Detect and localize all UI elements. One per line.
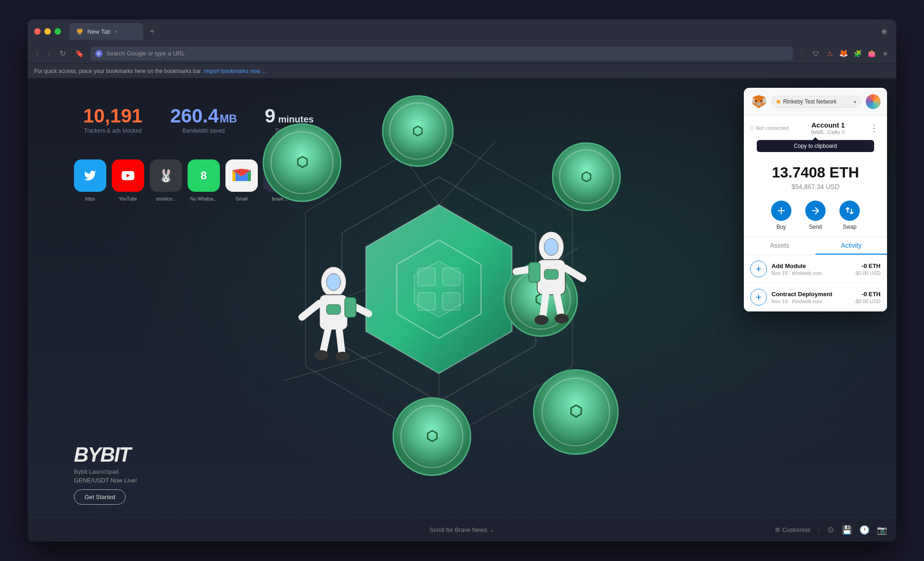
svg-line-38 [302, 303, 320, 317]
account-info: Account 1 0xfd5...CeAc ⎘ [792, 121, 864, 135]
close-button[interactable] [34, 28, 41, 35]
contract-deployment-usd: -$0.00 USD [854, 299, 881, 304]
wallet-icon[interactable]: 👛 [866, 48, 877, 59]
svg-point-53 [535, 315, 548, 325]
send-button[interactable]: Send [805, 201, 826, 230]
active-tab[interactable]: 🦁 New Tab × [69, 23, 143, 40]
contract-deployment-amount: -0 ETH -$0.00 USD [854, 291, 881, 304]
tab-close-button[interactable]: × [114, 29, 117, 34]
camera-icon[interactable]: 📷 [877, 525, 887, 535]
swap-button[interactable]: Swap [839, 201, 860, 230]
contract-deployment-date: Nov 19 · thirdweb.com [772, 299, 850, 304]
buy-icon-circle [771, 201, 791, 221]
bybit-brand: BYBIT Bybit Launchpad GENE/USDT Now Live… [74, 443, 137, 505]
swap-label: Swap [843, 224, 857, 230]
account-avatar[interactable] [866, 94, 881, 109]
bookmark-button[interactable]: 🔖 [72, 47, 87, 60]
settings-icon[interactable]: ⚙ [827, 525, 834, 535]
svg-text:⬡: ⬡ [412, 124, 423, 138]
mm-tabs: Assets Activity [744, 237, 887, 255]
svg-point-61 [755, 100, 757, 103]
minimize-button[interactable] [44, 28, 51, 35]
svg-text:⬡: ⬡ [296, 154, 308, 170]
svg-line-41 [339, 330, 342, 354]
maximize-button[interactable] [55, 28, 61, 35]
alert-icon[interactable]: ⚠ [824, 48, 835, 59]
hero-illustration: ⬡ ⬡ ⬡ ⬡ [120, 92, 758, 514]
connection-status: Not connected [750, 125, 789, 131]
svg-point-35 [327, 274, 340, 290]
scroll-text: Scroll for Brave News [430, 526, 487, 533]
metamask-nav-icon[interactable]: 🦊 [838, 48, 849, 59]
svg-text:⬡: ⬡ [569, 402, 583, 420]
address-text: Search Google or type a URL [106, 50, 185, 57]
network-name: Rinkeby Test Network [783, 98, 837, 105]
svg-rect-9 [443, 293, 460, 310]
scroll-news-area[interactable]: Scroll for Brave News ⌄ [430, 526, 495, 533]
tab-activity[interactable]: Activity [815, 237, 887, 255]
metamask-popup: Rinkeby Test Network ▾ Not connected Acc… [744, 88, 887, 311]
tooltip-text: Copy to clipboard [794, 143, 837, 149]
network-dot [777, 100, 780, 104]
svg-point-62 [760, 100, 763, 103]
eth-balance: 13.7408 ETH [750, 164, 881, 181]
menu-icon[interactable]: ≡ [880, 48, 891, 59]
browser-icon: G [95, 50, 103, 57]
bybit-get-started-button[interactable]: Get Started [74, 489, 126, 505]
twitter-label: https [85, 196, 95, 201]
add-module-amount: -0 ETH -$0.00 USD [854, 262, 881, 276]
back-button[interactable]: ‹ [33, 48, 41, 60]
svg-text:⬡: ⬡ [426, 428, 438, 444]
activity-item-add-module[interactable]: Add Module Nov 19 · thirdweb.com -0 ETH … [744, 255, 887, 283]
import-bookmarks-link[interactable]: Import bookmarks now ... [204, 68, 267, 74]
svg-rect-6 [418, 268, 435, 286]
account-address: 0xfd5...CeAc [811, 129, 840, 135]
svg-line-51 [543, 295, 546, 317]
svg-point-42 [315, 350, 328, 360]
traffic-lights [34, 28, 61, 35]
customise-label: Customise [782, 526, 810, 533]
buy-label: Buy [777, 224, 786, 230]
svg-text:⬡: ⬡ [581, 170, 592, 184]
svg-point-54 [555, 314, 569, 323]
svg-rect-7 [443, 268, 460, 286]
not-connected-label: Not connected [756, 125, 789, 131]
bybit-description: GENE/USDT Now Live! [74, 477, 137, 484]
mm-activity-list: Add Module Nov 19 · thirdweb.com -0 ETH … [744, 255, 887, 311]
puzzle-icon[interactable]: 🧩 [852, 48, 863, 59]
history-icon[interactable]: 🕐 [859, 525, 869, 535]
svg-rect-8 [418, 293, 435, 310]
buy-button[interactable]: Buy [771, 201, 791, 230]
mm-account-bar: Not connected Account 1 0xfd5...CeAc ⎘ ⋮ [744, 116, 887, 140]
forward-button[interactable]: › [45, 48, 53, 60]
new-tab-button[interactable]: + [146, 25, 158, 38]
bybit-logo: BYBIT [74, 443, 137, 466]
contract-deployment-info: Contract Deployment Nov 19 · thirdweb.co… [772, 291, 850, 304]
network-selector[interactable]: Rinkeby Test Network ▾ [772, 96, 861, 108]
copy-tooltip: Copy to clipboard [757, 140, 874, 152]
copy-address-icon[interactable]: ⎘ [842, 129, 845, 135]
contract-deployment-icon [750, 289, 767, 305]
contract-deployment-title: Contract Deployment [772, 291, 850, 298]
mm-actions: Buy Send Swap [744, 195, 887, 237]
save-icon[interactable]: 💾 [842, 525, 852, 535]
usd-balance: $54,867.34 USD [750, 183, 881, 190]
tab-assets[interactable]: Assets [744, 237, 815, 255]
svg-rect-37 [327, 305, 340, 314]
svg-line-52 [557, 295, 561, 316]
more-options-button[interactable]: ⋮ [868, 121, 881, 135]
activity-item-contract-deployment[interactable]: Contract Deployment Nov 19 · thirdweb.co… [744, 283, 887, 311]
account-name: Account 1 [792, 121, 864, 129]
customise-button[interactable]: ⚙ Customise [775, 526, 810, 533]
window-settings-icon[interactable]: ⊕ [879, 26, 890, 37]
brave-shield-icon[interactable]: 🛡 [810, 48, 821, 59]
swap-icon-circle [839, 201, 860, 221]
twitter-app[interactable]: https [74, 159, 106, 201]
nav-icons-right: | 🛡 ⚠ 🦊 🧩 👛 ≡ [796, 48, 891, 59]
address-bar[interactable]: G Search Google or type a URL [91, 47, 793, 61]
twitter-icon[interactable] [74, 159, 106, 192]
reload-button[interactable]: ↻ [57, 47, 68, 60]
account-address-area: 0xfd5...CeAc ⎘ [792, 129, 864, 135]
bybit-tagline: Bybit Launchpad [74, 468, 137, 475]
svg-rect-48 [544, 269, 558, 279]
